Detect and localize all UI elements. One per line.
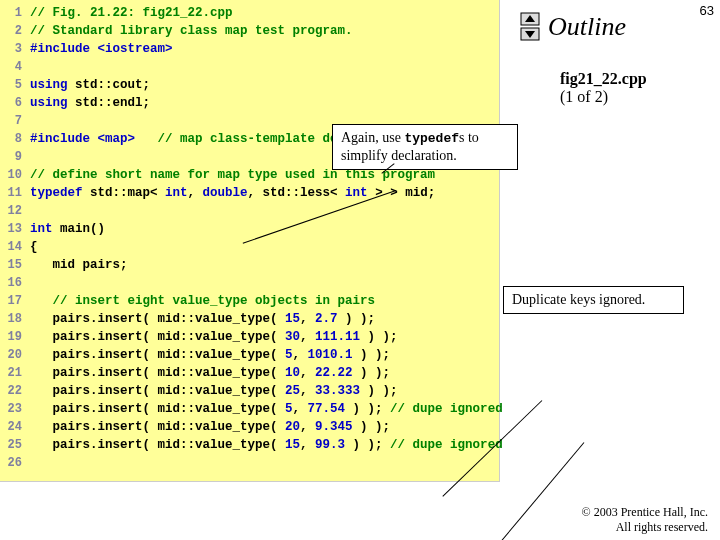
line-number: 4 bbox=[0, 58, 22, 76]
code-body: // Fig. 21.22: fig21_22.cpp// Standard l… bbox=[30, 4, 503, 472]
line-number: 23 bbox=[0, 400, 22, 418]
callout-text: s to bbox=[459, 130, 479, 145]
line-number: 10 bbox=[0, 166, 22, 184]
code-line: pairs.insert( mid::value_type( 20, 9.345… bbox=[30, 418, 503, 436]
code-line: using std::endl; bbox=[30, 94, 503, 112]
line-number: 14 bbox=[0, 238, 22, 256]
code-line: pairs.insert( mid::value_type( 30, 111.1… bbox=[30, 328, 503, 346]
code-line: pairs.insert( mid::value_type( 5, 1010.1… bbox=[30, 346, 503, 364]
line-number: 8 bbox=[0, 130, 22, 148]
code-line: pairs.insert( mid::value_type( 15, 99.3 … bbox=[30, 436, 503, 454]
code-line: pairs.insert( mid::value_type( 25, 33.33… bbox=[30, 382, 503, 400]
code-line: typedef std::map< int, double, std::less… bbox=[30, 184, 503, 202]
callout-typedef: Again, use typedefs to simplify declarat… bbox=[332, 124, 518, 170]
line-number: 20 bbox=[0, 346, 22, 364]
line-number: 12 bbox=[0, 202, 22, 220]
code-line: mid pairs; bbox=[30, 256, 503, 274]
line-number: 25 bbox=[0, 436, 22, 454]
code-line: pairs.insert( mid::value_type( 15, 2.7 )… bbox=[30, 310, 503, 328]
nav-arrows[interactable] bbox=[520, 12, 540, 42]
callout-text: simplify declaration. bbox=[341, 148, 457, 163]
code-line: #include <iostream> bbox=[30, 40, 503, 58]
slide-number: 63 bbox=[700, 3, 714, 18]
code-line: pairs.insert( mid::value_type( 5, 77.54 … bbox=[30, 400, 503, 418]
code-line: // Standard library class map test progr… bbox=[30, 22, 503, 40]
right-panel: Outline fig21_22.cpp (1 of 2) bbox=[520, 12, 700, 106]
line-number: 9 bbox=[0, 148, 22, 166]
outline-label: Outline bbox=[548, 12, 626, 42]
line-number: 5 bbox=[0, 76, 22, 94]
file-label: fig21_22.cpp (1 of 2) bbox=[520, 70, 700, 106]
line-number: 3 bbox=[0, 40, 22, 58]
line-number: 22 bbox=[0, 382, 22, 400]
line-number: 18 bbox=[0, 310, 22, 328]
code-line bbox=[30, 58, 503, 76]
code-line: // insert eight value_type objects in pa… bbox=[30, 292, 503, 310]
callout-text: Again, use bbox=[341, 130, 404, 145]
callout-code: typedef bbox=[404, 131, 459, 146]
line-gutter: 1234567891011121314151617181920212223242… bbox=[0, 4, 22, 472]
line-number: 15 bbox=[0, 256, 22, 274]
code-line bbox=[30, 202, 503, 220]
line-number: 21 bbox=[0, 364, 22, 382]
code-line: // Fig. 21.22: fig21_22.cpp bbox=[30, 4, 503, 22]
line-number: 6 bbox=[0, 94, 22, 112]
line-number: 16 bbox=[0, 274, 22, 292]
line-number: 13 bbox=[0, 220, 22, 238]
line-number: 19 bbox=[0, 328, 22, 346]
outline-header: Outline bbox=[520, 12, 700, 42]
code-line: { bbox=[30, 238, 503, 256]
code-line: pairs.insert( mid::value_type( 10, 22.22… bbox=[30, 364, 503, 382]
footer-copyright: © 2003 Prentice Hall, Inc. All rights re… bbox=[582, 505, 708, 534]
file-part: (1 of 2) bbox=[560, 88, 608, 105]
footer-line2: All rights reserved. bbox=[582, 520, 708, 534]
line-number: 17 bbox=[0, 292, 22, 310]
code-line: using std::cout; bbox=[30, 76, 503, 94]
line-number: 2 bbox=[0, 22, 22, 40]
code-line bbox=[30, 454, 503, 472]
line-number: 1 bbox=[0, 4, 22, 22]
file-name: fig21_22.cpp bbox=[560, 70, 647, 87]
code-line bbox=[30, 274, 503, 292]
line-number: 26 bbox=[0, 454, 22, 472]
line-number: 24 bbox=[0, 418, 22, 436]
callout-text: Duplicate keys ignored. bbox=[512, 292, 645, 307]
line-number: 11 bbox=[0, 184, 22, 202]
line-number: 7 bbox=[0, 112, 22, 130]
footer-line1: © 2003 Prentice Hall, Inc. bbox=[582, 505, 708, 519]
nav-up-down-icon bbox=[520, 12, 540, 42]
callout-duplicate: Duplicate keys ignored. bbox=[503, 286, 684, 314]
